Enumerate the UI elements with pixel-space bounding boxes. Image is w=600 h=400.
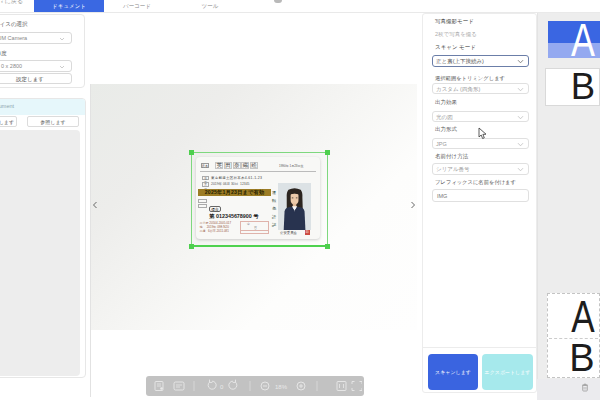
svg-text:18%: 18% [275,384,288,390]
svg-text:0: 0 [220,384,224,390]
